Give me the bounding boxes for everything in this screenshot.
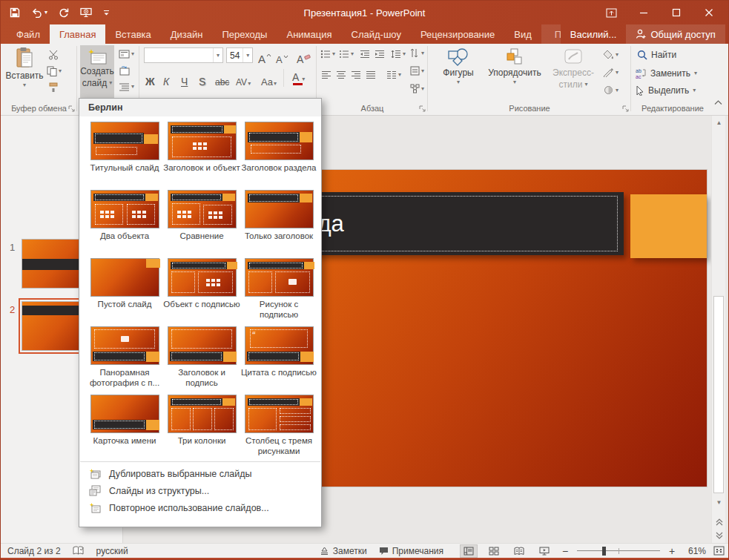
align-right-button[interactable] [351, 70, 361, 79]
select-dropdown-icon[interactable]: ▾ [693, 88, 696, 93]
new-slide-button[interactable]: Создать слайд▾ [80, 45, 114, 98]
paste-button[interactable]: Вставить ▾ [5, 47, 44, 88]
layout-option-section-header[interactable]: Заголовок раздела [240, 122, 317, 183]
bold-button[interactable]: Ж [145, 70, 155, 87]
duplicate-selected-slides-item[interactable]: Дублировать выбранные слайды [79, 465, 321, 482]
previous-slide-icon[interactable] [712, 516, 726, 528]
layout-option-blank[interactable]: Пустой слайд [86, 258, 163, 320]
font-size-combobox[interactable]: 54 ▾ [226, 47, 253, 63]
layout-option-comparison[interactable]: Сравнение [163, 190, 240, 251]
arrange-dropdown-icon[interactable]: ▾ [513, 79, 516, 85]
copy-button[interactable]: ▾ [47, 66, 62, 76]
ribbon-display-options-icon[interactable] [595, 1, 627, 24]
next-slide-icon[interactable] [712, 530, 726, 541]
convert-smartart-button[interactable]: ▾ [410, 84, 424, 93]
shapes-button[interactable]: Фигуры ▾ [438, 48, 478, 85]
font-color-button[interactable]: А▾ [292, 69, 305, 85]
comments-toggle[interactable]: Примечания [379, 546, 443, 556]
tab-view[interactable]: Вид [504, 24, 541, 44]
shape-outline-dropdown-icon[interactable]: ▾ [616, 70, 619, 76]
underline-button[interactable]: Ч [181, 70, 188, 87]
layout-option-title-only[interactable]: Только заголовок [240, 190, 317, 251]
reset-slide-button[interactable] [119, 66, 130, 76]
scroll-down-icon[interactable]: ▼ [712, 496, 726, 508]
convert-smartart-dropdown-icon[interactable]: ▾ [421, 86, 424, 92]
share-button[interactable]: Общий доступ [626, 24, 725, 44]
reading-view-button[interactable] [510, 544, 528, 558]
align-center-button[interactable] [336, 70, 346, 79]
drawing-dialog-launcher-icon[interactable] [622, 105, 629, 112]
start-from-beginning-icon[interactable] [80, 7, 92, 18]
font-name-combobox[interactable]: ▾ [144, 47, 223, 63]
layout-option-three-columns[interactable]: Три колонки [163, 395, 240, 456]
undo-button[interactable]: ▾ [31, 8, 47, 18]
tab-review[interactable]: Рецензирование [411, 24, 504, 44]
layout-option-column-with-three-pictures[interactable]: Столбец с тремя рисунками [240, 395, 317, 456]
close-button[interactable] [693, 1, 725, 24]
layout-dropdown-icon[interactable]: ▾ [131, 51, 134, 57]
scrollbar-thumb[interactable] [713, 296, 724, 493]
fit-slide-to-window-icon[interactable] [713, 546, 725, 556]
layout-option-content-with-caption[interactable]: Объект с подписью [163, 258, 240, 320]
quick-styles-dropdown-icon[interactable]: ▾ [584, 82, 587, 88]
zoom-level[interactable]: 61% [684, 546, 706, 556]
font-size-dropdown-icon[interactable]: ▾ [243, 48, 252, 62]
spellcheck-icon[interactable] [73, 546, 85, 556]
layout-option-title-and-content[interactable]: Заголовок и объект [163, 122, 240, 183]
tellme-box[interactable]: Помощ [541, 24, 561, 44]
customize-qat-icon[interactable] [103, 9, 110, 16]
select-button[interactable]: Выделить ▾ [636, 85, 696, 96]
clear-formatting-button[interactable]: A [297, 48, 311, 65]
bullets-button[interactable]: ▾ [320, 50, 335, 59]
save-icon[interactable] [10, 7, 20, 18]
layout-option-title-and-caption[interactable]: Заголовок и подпись [163, 326, 240, 388]
section-dropdown-icon[interactable]: ▾ [131, 84, 134, 90]
zoom-in-button[interactable]: + [667, 545, 676, 557]
paragraph-dialog-launcher-icon[interactable] [419, 105, 426, 112]
quick-styles-button[interactable]: Экспресс- стили▾ [550, 48, 597, 90]
slides-from-outline-item[interactable]: Слайды из структуры... [79, 482, 321, 499]
slideshow-view-button[interactable] [535, 544, 553, 558]
shape-fill-dropdown-icon[interactable]: ▾ [616, 52, 619, 58]
cut-button[interactable] [48, 50, 60, 60]
shape-outline-button[interactable]: ▾ [603, 67, 619, 77]
find-button[interactable]: Найти [637, 50, 676, 60]
align-text-button[interactable]: ▾ [410, 66, 424, 76]
shape-fill-button[interactable]: ▾ [603, 50, 619, 59]
slide-accent-square[interactable] [630, 194, 707, 258]
line-spacing-button[interactable]: ▾ [391, 50, 406, 59]
tab-transitions[interactable]: Переходы [212, 24, 277, 44]
undo-dropdown-icon[interactable]: ▾ [44, 10, 47, 16]
bullets-dropdown-icon[interactable]: ▾ [332, 51, 335, 57]
new-slide-dropdown-icon[interactable]: ▾ [109, 80, 112, 86]
shape-effects-button[interactable]: ▾ [603, 85, 619, 95]
replace-button[interactable]: abac Заменить ▾ [635, 67, 697, 79]
scroll-up-icon[interactable]: ▲ [712, 116, 726, 128]
reuse-slides-item[interactable]: Повторное использование слайдов... [79, 499, 321, 516]
numbering-button[interactable]: ▾ [339, 50, 354, 59]
arrange-button[interactable]: Упорядочить ▾ [484, 48, 545, 85]
font-name-dropdown-icon[interactable]: ▾ [213, 48, 222, 62]
numbering-dropdown-icon[interactable]: ▾ [351, 51, 354, 57]
layout-option-panoramic-picture-with-caption[interactable]: Панорамная фотография с п... [86, 326, 163, 388]
layout-option-name-card[interactable]: Карточка имени [86, 395, 163, 456]
layout-option-quote-with-caption[interactable]: “ Цитата с подписью [240, 326, 317, 388]
format-painter-button[interactable] [48, 82, 59, 93]
change-case-button[interactable]: Aa▾ [261, 70, 277, 87]
paste-dropdown-icon[interactable]: ▾ [23, 82, 26, 88]
tab-file[interactable]: Файл [7, 24, 50, 44]
redo-icon[interactable] [59, 7, 69, 18]
character-spacing-button[interactable]: AV▾ [236, 70, 251, 87]
strikethrough-button[interactable]: abc [215, 70, 229, 87]
decrease-indent-button[interactable] [360, 50, 370, 59]
tab-home[interactable]: Главная [50, 24, 105, 44]
tab-insert[interactable]: Вставка [105, 24, 160, 44]
justify-button[interactable] [366, 70, 376, 79]
tab-slideshow[interactable]: Слайд-шоу [342, 24, 411, 44]
maximize-button[interactable] [660, 1, 693, 24]
text-direction-button[interactable]: ▾ [410, 48, 424, 58]
layout-option-two-content[interactable]: Два объекта [86, 190, 163, 251]
layout-option-title-slide[interactable]: Титульный слайд [86, 122, 163, 183]
shape-effects-dropdown-icon[interactable]: ▾ [616, 88, 619, 93]
layout-button[interactable]: ▾ [119, 50, 134, 59]
